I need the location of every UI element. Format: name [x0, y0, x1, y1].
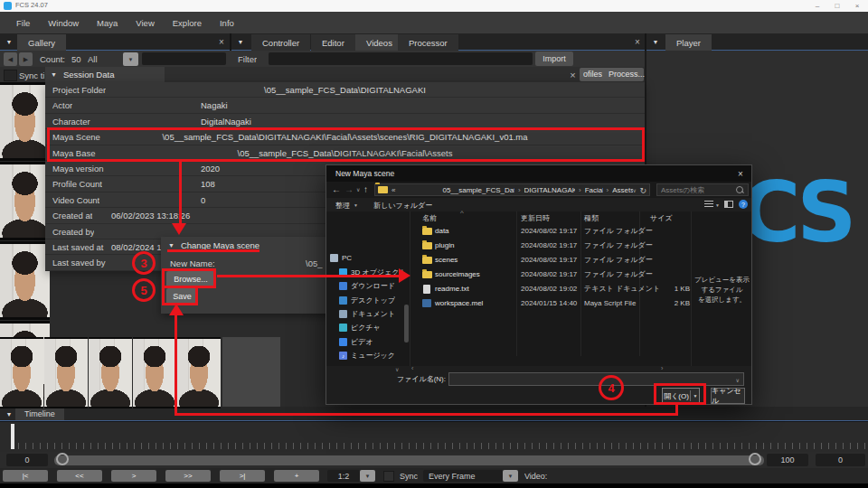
nav-scrollbar[interactable] — [404, 305, 409, 343]
timeline-ruler[interactable] — [0, 421, 868, 452]
face-thumbnail[interactable] — [0, 82, 50, 161]
close-gallery-panel-icon[interactable]: × — [215, 35, 228, 49]
playhead[interactable] — [11, 424, 14, 449]
panel-menu-icon[interactable]: ▼ — [233, 35, 248, 49]
dialog-titlebar[interactable]: New Maya scene × — [326, 165, 751, 182]
panel-menu-icon[interactable]: ▼ — [648, 35, 663, 49]
tab-processor[interactable]: Processor — [398, 34, 458, 51]
close-session-icon[interactable]: × — [567, 69, 579, 80]
menu-window[interactable]: Window — [39, 18, 88, 28]
scroll-chevron-icon[interactable]: ∨ — [395, 366, 399, 372]
column-header-size[interactable]: サイズ — [650, 213, 673, 223]
face-thumbnail[interactable] — [0, 337, 43, 408]
nav-item-desktop[interactable]: デスクトップ — [339, 295, 395, 306]
scroll-left-icon[interactable]: ‹ — [411, 365, 413, 371]
file-row[interactable]: readme.txt2024/08/02 19:02テキスト ドキュメント1 K… — [410, 282, 693, 296]
go-end-button[interactable]: >| — [220, 470, 265, 482]
face-thumbnail[interactable] — [0, 241, 50, 320]
breadcrumb-segment[interactable]: Facial — [585, 186, 603, 194]
column-header-type[interactable]: 種類 — [584, 213, 599, 223]
scope-dropdown-button[interactable]: ▼ — [123, 52, 138, 66]
nav-item-videos[interactable]: ビデオ — [339, 336, 373, 348]
face-thumbnail[interactable] — [133, 337, 176, 408]
range-slider-handle-left[interactable] — [56, 453, 69, 465]
profiles-button[interactable]: ofiles — [583, 70, 602, 79]
nav-item-downloads[interactable]: ダウンロード — [339, 280, 395, 292]
sync-checkbox[interactable] — [4, 70, 17, 81]
new-folder-button[interactable]: 新しいフォルダー — [373, 201, 432, 211]
breadcrumb-segment[interactable]: Assets — [612, 186, 632, 194]
column-header-date[interactable]: 更新日時 — [521, 213, 550, 223]
nav-item-documents[interactable]: ドキュメント — [339, 308, 395, 320]
breadcrumb-chevron-icon[interactable]: ∨ — [633, 187, 637, 193]
frame-start-value[interactable]: 0 — [6, 454, 48, 466]
menu-maya[interactable]: Maya — [88, 18, 127, 28]
face-thumbnail[interactable] — [44, 337, 88, 408]
face-thumbnail[interactable] — [89, 337, 132, 408]
refresh-icon[interactable]: ↻ — [639, 186, 646, 195]
step-back-button[interactable]: << — [57, 470, 102, 482]
menu-explore[interactable]: Explore — [164, 18, 211, 28]
tab-timeline[interactable]: Timeline — [15, 407, 64, 420]
face-thumbnail[interactable] — [0, 162, 50, 240]
menu-view[interactable]: View — [127, 18, 163, 28]
menu-file[interactable]: File — [7, 18, 39, 28]
next-button[interactable]: ▶ — [19, 52, 33, 66]
close-center-panel-icon[interactable]: × — [631, 35, 644, 49]
session-data-header[interactable]: ▼ Session Data — [45, 67, 165, 82]
column-header-name[interactable]: 名前 — [422, 213, 437, 223]
play-button[interactable]: > — [111, 470, 156, 482]
frame-end-value[interactable]: 0 — [816, 454, 865, 466]
back-icon[interactable]: ← — [332, 184, 341, 194]
step-forward-button[interactable]: >> — [165, 470, 211, 482]
dialog-close-icon[interactable]: × — [735, 168, 746, 179]
view-mode-icon[interactable] — [704, 201, 713, 208]
tab-editor[interactable]: Editor — [311, 34, 355, 51]
frame-mode-select[interactable]: Every Frame — [423, 470, 503, 482]
up-icon[interactable]: ↑ — [363, 184, 368, 194]
maximize-button[interactable]: □ — [830, 0, 844, 12]
tab-controller[interactable]: Controller — [251, 34, 310, 51]
range-slider-track[interactable] — [54, 455, 764, 465]
range-slider-handle-right[interactable] — [749, 453, 761, 465]
breadcrumb-segment[interactable]: DIGITALNAGAKI — [524, 186, 576, 194]
sync-checkbox[interactable] — [383, 471, 394, 482]
import-button[interactable]: Import — [535, 52, 573, 66]
minimize-button[interactable]: – — [810, 0, 825, 12]
file-row[interactable]: data2024/08/02 19:17ファイル フォルダー — [410, 224, 693, 239]
add-button[interactable]: + — [274, 470, 319, 482]
frame-mode-dropdown-button[interactable]: ▼ — [503, 470, 518, 482]
organize-button[interactable]: 整理 — [335, 201, 350, 211]
nav-item-pc[interactable]: PC — [330, 252, 352, 264]
file-row[interactable]: workspace.mel2024/01/15 14:40Maya Script… — [410, 296, 693, 311]
panel-menu-icon[interactable]: ▼ — [2, 408, 16, 421]
breadcrumb-segment[interactable]: 05__sample_FCS_Data — [442, 186, 514, 194]
search-box[interactable]: Assetsの検索 — [656, 183, 749, 196]
close-button[interactable]: × — [850, 0, 864, 12]
panel-menu-icon[interactable]: ▼ — [2, 35, 16, 49]
nav-item-music[interactable]: ♪ミュージック — [339, 350, 395, 361]
file-row[interactable]: plugin2024/08/02 19:17ファイル フォルダー — [410, 239, 693, 253]
breadcrumb-bar[interactable]: « 05__sample_FCS_Data › DIGITALNAGAKI › … — [374, 183, 650, 196]
prev-button[interactable]: ◀ — [4, 52, 17, 66]
ratio-dropdown-button[interactable]: ▼ — [360, 470, 375, 482]
tab-player[interactable]: Player — [665, 34, 712, 51]
file-row[interactable]: scenes2024/08/02 19:17ファイル フォルダー — [410, 253, 693, 267]
process-button[interactable]: Process... — [609, 70, 645, 79]
scope-select-value[interactable]: All — [88, 54, 98, 64]
nav-item-pictures[interactable]: ピクチャ — [339, 322, 381, 333]
forward-icon[interactable]: → — [344, 184, 354, 194]
menu-info[interactable]: Info — [211, 18, 243, 28]
scroll-right-icon[interactable]: › — [661, 365, 663, 371]
ratio-select-value[interactable]: 1:2 — [327, 470, 360, 482]
tab-gallery[interactable]: Gallery — [17, 34, 66, 51]
face-thumbnail[interactable] — [177, 337, 221, 408]
count-input[interactable] — [142, 52, 226, 65]
preview-pane-icon[interactable] — [724, 201, 733, 208]
file-row[interactable]: sourceimages2024/08/02 19:17ファイル フォルダー — [410, 267, 693, 282]
go-start-button[interactable]: |< — [3, 470, 48, 482]
cancel-button[interactable]: キャンセル — [711, 388, 745, 404]
tab-videos[interactable]: Videos — [355, 34, 403, 51]
filter-input[interactable] — [269, 52, 533, 65]
help-icon[interactable]: ? — [739, 200, 748, 209]
